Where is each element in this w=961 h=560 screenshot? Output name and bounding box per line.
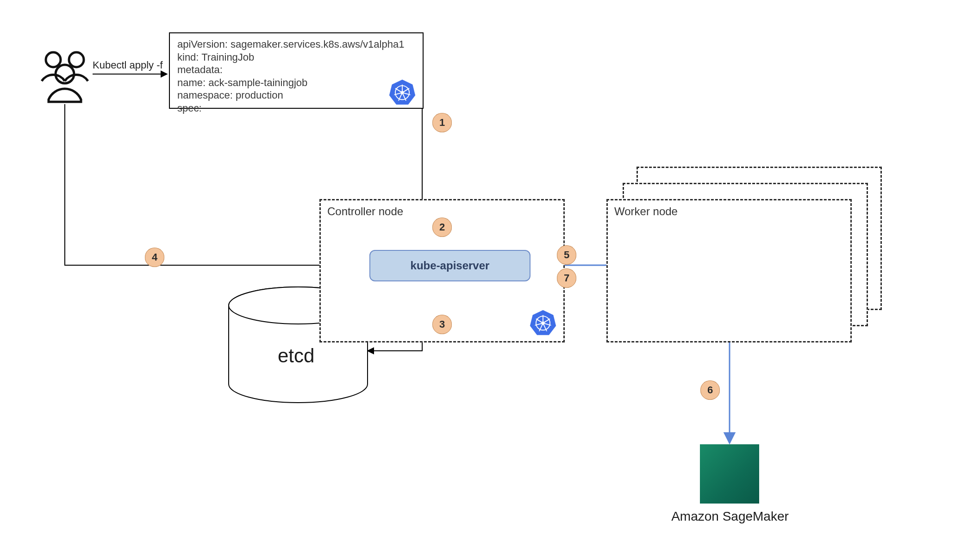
amazon-sagemaker-icon	[700, 444, 759, 504]
worker-node-title: Worker node	[614, 205, 678, 218]
step-badge-3: 3	[432, 315, 452, 334]
svg-point-1	[69, 52, 84, 67]
svg-point-24	[542, 322, 545, 325]
yaml-line-ns: namespace: production	[177, 89, 415, 102]
kubectl-apply-label: Kubectl apply -f	[93, 59, 163, 71]
yaml-line-metadata: metadata:	[177, 63, 415, 76]
kubernetes-icon	[530, 309, 556, 336]
step-badge-7: 7	[557, 268, 576, 288]
svg-point-0	[46, 52, 61, 67]
step-badge-4: 4	[145, 248, 164, 267]
users-icon	[42, 52, 88, 102]
yaml-line-apiversion: apiVersion: sagemaker.services.k8s.aws/v…	[177, 38, 415, 51]
step-badge-5: 5	[557, 245, 576, 265]
step-badge-1: 1	[432, 113, 452, 132]
yaml-line-kind: kind: TrainingJob	[177, 51, 415, 64]
svg-point-14	[401, 91, 404, 94]
kubernetes-icon	[389, 79, 416, 106]
yaml-line-name: name: ack-sample-tainingjob	[177, 76, 415, 89]
step-badge-6: 6	[700, 380, 720, 400]
yaml-line-spec: spec:	[177, 102, 415, 115]
controller-node-title: Controller node	[327, 205, 403, 218]
step-badge-2: 2	[432, 218, 452, 237]
worker-node-pane: Worker node	[606, 199, 852, 342]
etcd-label: etcd	[278, 345, 314, 367]
yaml-manifest-box: apiVersion: sagemaker.services.k8s.aws/v…	[169, 32, 424, 109]
kube-apiserver-box: kube-apiserver	[369, 250, 530, 281]
amazon-sagemaker-label: Amazon SageMaker	[654, 509, 806, 524]
diagram-stage: apiVersion: sagemaker.services.k8s.aws/v…	[0, 0, 961, 560]
kube-apiserver-label: kube-apiserver	[411, 259, 490, 272]
